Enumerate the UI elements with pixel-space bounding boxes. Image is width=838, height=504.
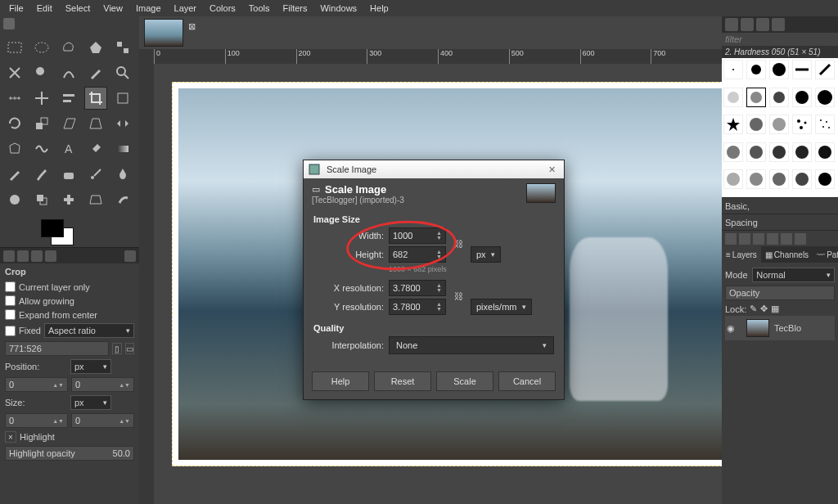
cage-tool[interactable]: [3, 137, 26, 160]
eraser-tool[interactable]: [57, 163, 80, 186]
yres-input[interactable]: 3.7800▲▼: [389, 299, 446, 315]
menu-help[interactable]: Help: [364, 2, 394, 15]
brush-item[interactable]: [746, 142, 766, 162]
fixed-checkbox[interactable]: [5, 326, 16, 336]
reset-button[interactable]: Reset: [374, 371, 431, 391]
brush-item[interactable]: [723, 142, 743, 162]
menu-tools[interactable]: Tools: [243, 2, 276, 15]
crop-tool[interactable]: [84, 87, 107, 110]
scale-button[interactable]: Scale: [436, 371, 493, 391]
tool-options-tab[interactable]: [3, 250, 15, 262]
undo-history-tab[interactable]: [31, 250, 43, 262]
patterns-tab-icon[interactable]: [741, 18, 754, 31]
brush-item[interactable]: [815, 115, 835, 134]
brush-item[interactable]: [769, 169, 789, 189]
refresh-brush-icon[interactable]: [781, 233, 792, 245]
history-tab-icon[interactable]: [772, 18, 785, 31]
brush-item[interactable]: [815, 88, 835, 107]
menu-colors[interactable]: Colors: [204, 2, 241, 15]
highlight-opacity-slider[interactable]: Highlight opacity50.0: [5, 446, 134, 461]
open-as-image-icon[interactable]: [795, 233, 806, 245]
warp-tool[interactable]: [30, 137, 53, 160]
position-unit-select[interactable]: px▾: [70, 359, 111, 374]
menu-edit[interactable]: Edit: [31, 2, 58, 15]
fuzzy-select-tool[interactable]: [84, 36, 107, 59]
close-tab-icon[interactable]: ⊠: [186, 21, 197, 33]
brush-item[interactable]: [792, 88, 812, 107]
brush-spacing-row[interactable]: Spacing: [722, 214, 838, 230]
scissors-tool[interactable]: [3, 61, 26, 84]
fixed-mode-select[interactable]: Aspect ratio▾: [44, 323, 134, 338]
image-tab[interactable]: ⊠: [144, 19, 183, 47]
lock-alpha-icon[interactable]: ▦: [771, 304, 779, 314]
res-unit-select[interactable]: pixels/mm▾: [471, 299, 532, 315]
rotate-tool[interactable]: [3, 112, 26, 135]
free-select-tool[interactable]: [57, 36, 80, 59]
delete-brush-icon[interactable]: [767, 233, 778, 245]
position-x-input[interactable]: 0▲▼: [5, 377, 68, 392]
rect-select-tool[interactable]: [3, 36, 26, 59]
pencil-tool[interactable]: [3, 163, 26, 186]
perspective-clone-tool[interactable]: [84, 188, 107, 211]
dialog-close-button[interactable]: ✕: [544, 162, 559, 177]
brush-item[interactable]: [792, 60, 812, 79]
ellipse-select-tool[interactable]: [30, 36, 53, 59]
help-button[interactable]: Help: [312, 371, 369, 391]
menu-select[interactable]: Select: [60, 2, 97, 15]
paths-tool[interactable]: [57, 61, 80, 84]
new-brush-icon[interactable]: [739, 233, 750, 245]
menu-layer[interactable]: Layer: [169, 2, 203, 15]
brush-item[interactable]: [815, 169, 835, 189]
by-color-select-tool[interactable]: [111, 36, 134, 59]
brush-item[interactable]: [746, 169, 766, 189]
size-h-input[interactable]: 0▲▼: [71, 413, 134, 428]
layer-visibility-icon[interactable]: ◉: [727, 323, 741, 334]
layer-row[interactable]: ◉ TecBlo: [725, 316, 835, 340]
measure-tool[interactable]: [3, 87, 26, 110]
tab-menu-icon[interactable]: [124, 250, 136, 262]
toolbox-tab[interactable]: [3, 18, 15, 29]
paintbrush-tool[interactable]: [30, 163, 53, 186]
tab-paths[interactable]: 〰 Path: [813, 246, 838, 263]
layer-name[interactable]: TecBlo: [774, 323, 801, 333]
res-chain-link-icon[interactable]: ⛓: [451, 291, 466, 301]
shear-tool[interactable]: [57, 112, 80, 135]
gradient-tool[interactable]: [111, 137, 134, 160]
ratio-input[interactable]: 771:526: [5, 341, 109, 356]
brush-item[interactable]: [723, 60, 743, 79]
brush-item[interactable]: [723, 169, 743, 189]
menu-view[interactable]: View: [97, 2, 128, 15]
device-status-tab[interactable]: [17, 250, 29, 262]
brush-item[interactable]: [792, 115, 812, 134]
zoom-tool[interactable]: [111, 61, 134, 84]
menu-image[interactable]: Image: [130, 2, 167, 15]
chain-link-icon[interactable]: ⛓: [451, 239, 466, 249]
brush-item[interactable]: [746, 60, 766, 79]
fonts-tab-icon[interactable]: [756, 18, 769, 31]
brush-item[interactable]: [815, 60, 835, 79]
expand-from-center-checkbox[interactable]: [5, 309, 16, 320]
brush-item[interactable]: [792, 142, 812, 162]
interpolation-select[interactable]: None▾: [389, 336, 554, 354]
tab-layers[interactable]: ≡ Layers: [722, 246, 761, 263]
flip-tool[interactable]: [111, 112, 134, 135]
heal-tool[interactable]: [57, 188, 80, 211]
height-input[interactable]: 682▲▼: [389, 246, 446, 263]
brush-item[interactable]: [769, 142, 789, 162]
images-tab[interactable]: [45, 250, 56, 262]
brush-item[interactable]: [723, 88, 743, 107]
width-input[interactable]: 1000▲▼: [389, 227, 446, 244]
cancel-button[interactable]: Cancel: [498, 371, 556, 391]
ratio-portrait-icon[interactable]: ▯: [112, 343, 121, 354]
dialog-titlebar[interactable]: Scale Image ✕: [304, 160, 564, 178]
blend-mode-select[interactable]: Normal▾: [752, 268, 835, 282]
brush-item-selected[interactable]: [746, 88, 766, 107]
position-y-input[interactable]: 0▲▼: [71, 377, 134, 392]
bucket-fill-tool[interactable]: [84, 137, 107, 160]
move-tool[interactable]: [30, 87, 53, 110]
menu-file[interactable]: File: [3, 2, 29, 15]
menu-windows[interactable]: Windows: [314, 2, 363, 15]
size-unit-select[interactable]: px▾: [471, 246, 501, 263]
opacity-slider[interactable]: Opacity: [725, 286, 835, 300]
scale-tool[interactable]: [30, 112, 53, 135]
